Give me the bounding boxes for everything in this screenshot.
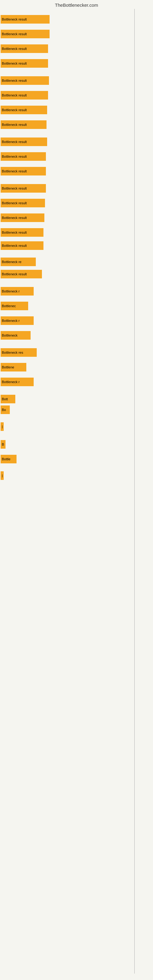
bar-label: Bottleneck result [2,155,27,158]
bar-item: Bo [1,406,10,414]
bar-item: Bottleneck r [1,317,33,325]
bar-item: Bottleneck res [1,348,37,357]
bar-item: Bottleneck result [1,228,43,237]
bar-item: Bottleneck result [1,270,42,278]
bar-label: Bottleneck r [2,319,19,323]
bar-label: Bottle [2,457,10,461]
bar-item: Bottleneck result [1,167,46,175]
bar-item: Bottleneck result [1,152,46,161]
bar-label: Bottleneck result [2,140,27,144]
bar-label: Bott [2,397,8,401]
bar-item: Bottleneck result [1,184,46,192]
chart-area: Bottleneck resultBottleneck resultBottle… [0,9,153,974]
bar-label: Bottlenec [2,304,16,308]
bar-item: Bottleneck result [1,76,49,85]
bar-label: B [2,442,4,446]
bar-label: Bottleneck r [2,380,19,384]
bar-item: B [1,440,5,449]
bar-label: Bottleneck result [2,47,27,51]
bar-label: Bottleneck result [2,18,27,21]
bar-label: Bottleneck result [2,108,27,112]
bar-item: | [1,471,4,480]
bar-label: | [2,425,3,428]
bar-item: Bottle [1,455,16,463]
bar-label: Bottleneck result [2,272,27,276]
bar-item: Bottleneck r [1,378,33,386]
bar-label: Bottleneck result [2,216,27,220]
bar-label: Bottleneck result [2,79,27,83]
bar-item: Bottleneck result [1,106,47,114]
bar-item: Bottlenec [1,302,28,310]
bar-item: Bottleneck result [1,137,47,146]
bar-item: Bottlene [1,363,26,371]
bar-label: Bottleneck result [2,244,27,247]
bar-item: Bottleneck result [1,241,43,250]
bar-label: Bottleneck result [2,32,27,36]
bar-label: Bo [2,408,6,412]
title-text: TheBottlenecker.com [55,2,98,8]
bar-item: Bottleneck r [1,287,33,296]
bar-label: Bottleneck result [2,169,27,173]
bar-item: Bottleneck result [1,59,48,68]
bar-item: Bottleneck [1,331,30,340]
bar-item: Bottleneck result [1,15,49,24]
axis-line [134,9,135,974]
bar-item: Bottleneck result [1,120,46,129]
bar-label: Bottlene [2,365,14,369]
bar-item: Bottleneck result [1,45,48,53]
bar-item: Bott [1,395,15,403]
bar-item: Bottleneck result [1,30,49,38]
bar-label: | [2,474,3,477]
bar-label: Bottleneck result [2,231,27,234]
bar-label: Bottleneck result [2,94,27,97]
bar-item: Bottleneck re [1,258,36,266]
bar-label: Bottleneck res [2,351,23,354]
bar-label: Bottleneck result [2,123,27,126]
bar-label: Bottleneck re [2,260,21,264]
bar-item: Bottleneck result [1,199,45,207]
site-title: TheBottlenecker.com [0,0,153,9]
bar-label: Bottleneck result [2,186,27,190]
bar-item: Bottleneck result [1,91,48,100]
bar-item: | [1,422,4,431]
bar-label: Bottleneck r [2,290,19,293]
bar-item: Bottleneck result [1,213,45,222]
bar-label: Bottleneck [2,334,18,337]
bar-label: Bottleneck result [2,62,27,65]
bar-label: Bottleneck result [2,201,27,205]
